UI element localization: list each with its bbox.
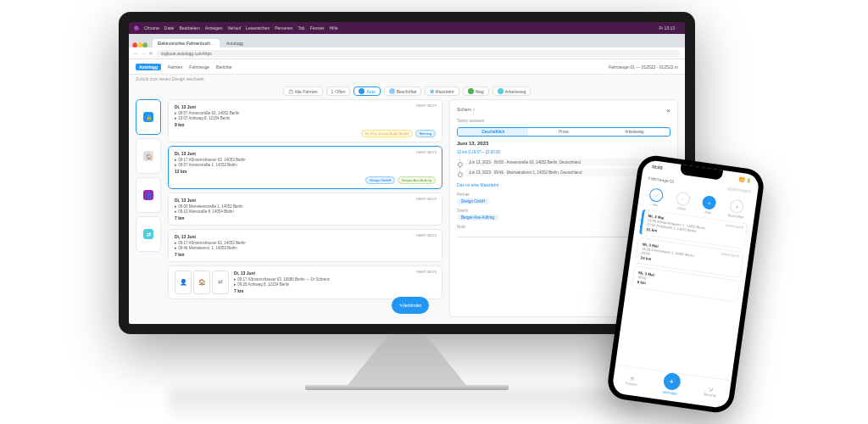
main-content: 🔒 🏠 👤 ⇄ Di, 13 JuniDEMO 30070 ▸ 09:57 An… <box>129 99 685 324</box>
nav-fahrten[interactable]: Fahrten <box>168 64 182 70</box>
pfilter-all[interactable]: ✓Alle <box>648 187 665 208</box>
cat-home[interactable]: 🏠 <box>136 138 161 174</box>
filter-open[interactable]: 1 Offen <box>326 86 351 96</box>
clock: Fr 13:13 <box>659 25 675 31</box>
macos-menubar: 🟣 Chrome Datei Bearbeiten Anzeigen Verla… <box>129 22 685 34</box>
phone-trip-list: Mi, 3 MaiDEMO 30070 23:59 Aßmannshauser … <box>615 208 754 380</box>
zweck-chip[interactable]: Berger-Aue-Auftrag <box>457 215 498 220</box>
trip-card[interactable]: Di, 13 JuniDEMO 30070 ▸ 09:17 Aßmannshau… <box>168 229 442 262</box>
browser-tabs: 🔴🟡🟢 Elektronisches Fahrtenbuch… Autologg <box>129 34 685 47</box>
filter-auto[interactable]: Auto <box>353 86 380 96</box>
pfilter-desc[interactable]: ●Beschriftet <box>727 198 746 219</box>
cat-private[interactable]: 👤 <box>136 177 161 213</box>
screen: 🟣 Chrome Datei Bearbeiten Anzeigen Verla… <box>119 12 695 334</box>
forward-icon[interactable]: → <box>142 51 146 56</box>
pfilter-auto[interactable]: AAuto <box>701 195 717 215</box>
pfilter-open[interactable]: ○Offen <box>675 192 691 212</box>
trip-card[interactable]: Di, 13 JuniDEMO 30070 ▸ 09:57 Annenstraß… <box>168 99 442 142</box>
back-icon[interactable]: ← <box>134 51 138 56</box>
category-sidebar: 🔒 🏠 👤 ⇄ <box>136 99 161 317</box>
nav-berichte[interactable]: Berichte <box>216 64 231 70</box>
logo: Autologg <box>136 64 161 70</box>
url-bar: ← → ⟳ logbook.autologg.com/trips <box>129 47 685 59</box>
filter-mass[interactable]: MMassfahrt <box>425 86 459 96</box>
nav-berichte[interactable]: 📝Berichte <box>704 387 717 398</box>
reload-icon[interactable]: ⟳ <box>149 51 153 56</box>
tab-inactive[interactable]: Autologg <box>221 39 248 47</box>
filter-all[interactable]: 📋 Alle Fahrten <box>283 86 323 96</box>
filter-way[interactable]: Weg <box>463 86 489 96</box>
trip-card[interactable]: Di, 13 JuniDEMO 30070 ▸ 09:00 Meinekenst… <box>168 192 442 226</box>
cat-commute[interactable]: ⇄ <box>136 216 161 252</box>
app-name: Chrome <box>144 25 159 31</box>
detail-date: Juni 13, 2023 <box>457 141 670 146</box>
check-icon: ✓ <box>472 107 476 112</box>
app-body: Autologg Fahrten Fahrzeuge Berichte Fahr… <box>129 59 685 324</box>
tab-active[interactable]: Elektronisches Fahrtenbuch… <box>153 39 220 47</box>
detail-info: 12 km 0:19:57 – 15:00:00 <box>457 150 670 154</box>
filter-row: 📋 Alle Fahrten 1 Offen Auto Beschriftet … <box>129 83 685 99</box>
trip-card-selected[interactable]: Di, 13 JuniDEMO 30070 ▸ 09:17 Aßmannshau… <box>168 146 442 189</box>
trip-card-compact[interactable]: 👤🏠⇄ Di, 13 JuniDEMO 30070 ▸ 09:17 Aßmann… <box>168 265 442 299</box>
connect-fab[interactable]: ✎ Verbinden <box>392 297 429 314</box>
vehicle-selector[interactable]: Fahrzeuge 01 — 012522 - 012522 m <box>609 64 678 70</box>
filter-work[interactable]: Arbeitsweg <box>492 86 531 96</box>
address-input[interactable]: logbook.autologg.com/trips <box>156 50 680 57</box>
save-link[interactable]: Sichern <box>457 107 471 112</box>
filter-desc[interactable]: Beschriftet <box>384 86 422 96</box>
close-icon[interactable]: × <box>666 107 670 114</box>
trip-list: Di, 13 JuniDEMO 30070 ▸ 09:57 Annenstraß… <box>168 99 442 317</box>
phone-screen: 10:03📶 🔋 Fahrzeuge 01 012522-012522 ✓All… <box>611 159 760 410</box>
desktop-monitor: 🟣 Chrome Datei Bearbeiten Anzeigen Verla… <box>119 12 695 360</box>
nav-connect[interactable]: +Verbinden <box>661 378 680 396</box>
nav-fahrten[interactable]: 📋Fahrten <box>626 376 638 387</box>
nav-fahrzeuge[interactable]: Fahrzeuge <box>189 64 209 70</box>
app-header: Autologg Fahrten Fahrzeuge Berichte Fahr… <box>129 59 685 75</box>
apple-icon: 🟣 <box>134 25 139 31</box>
trip-type-segment[interactable]: Geschäftlich Privat Arbeitsweg <box>457 127 670 137</box>
sub-header[interactable]: Zurück zum neuen Design wechseln <box>129 75 685 83</box>
partner-chip[interactable]: Design GmbH <box>457 198 489 204</box>
cat-business[interactable]: 🔒 <box>136 99 161 135</box>
